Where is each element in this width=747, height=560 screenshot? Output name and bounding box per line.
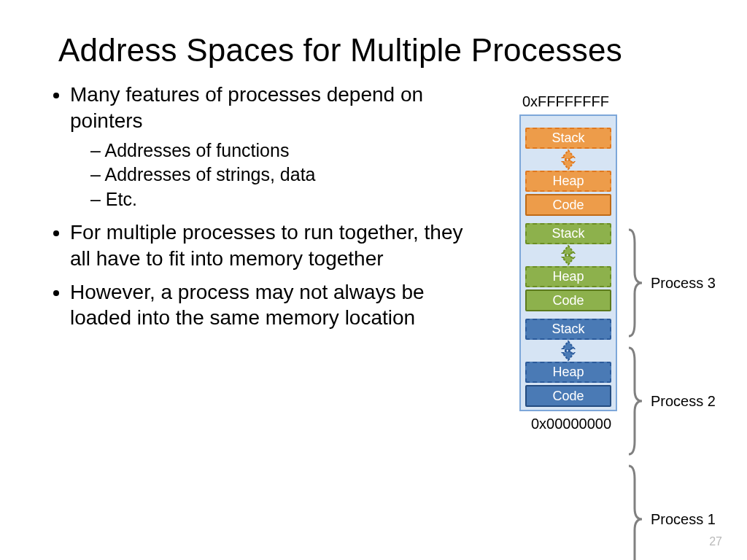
subbullet-1b: Addresses of strings, data	[90, 163, 467, 187]
bullet-1: Many features of processes depend on poi…	[70, 82, 467, 212]
grow-arrows-icon	[525, 340, 611, 362]
brace-process-2: Process 2	[627, 346, 716, 456]
grow-arrows-icon	[525, 149, 611, 171]
grow-arrows-icon	[525, 244, 611, 266]
stack-segment: Stack	[525, 319, 611, 340]
bullet-3: However, a process may not always be loa…	[70, 279, 467, 332]
stack-segment: Stack	[525, 223, 611, 244]
heap-segment: Heap	[525, 266, 611, 287]
process-2-block: Stack Heap Code	[525, 223, 611, 311]
stack-segment: Stack	[525, 128, 611, 149]
process-3-label: Process 3	[651, 275, 716, 292]
process-1-label: Process 1	[651, 511, 716, 528]
heap-segment: Heap	[525, 171, 611, 192]
process-3-block: Stack Heap Code	[525, 128, 611, 216]
code-segment: Code	[525, 289, 611, 311]
bullet-1-text: Many features of processes depend on poi…	[70, 83, 423, 132]
bullet-2: For multiple processes to run together, …	[70, 219, 467, 272]
page-number: 27	[709, 535, 722, 548]
addr-top: 0xFFFFFFFF	[522, 93, 728, 110]
bullet-text: Many features of processes depend on poi…	[51, 82, 467, 338]
process-1-block: Stack Heap Code	[525, 319, 611, 407]
brace-process-1: Process 1	[627, 464, 716, 560]
slide-title: Address Spaces for Multiple Processes	[58, 32, 711, 69]
memory-diagram: 0xFFFFFFFF Stack Heap Code Stack	[509, 93, 728, 432]
subbullet-1a: Addresses of functions	[90, 139, 467, 163]
brace-process-3: Process 3	[627, 228, 716, 338]
code-segment: Code	[525, 385, 611, 407]
subbullet-1c: Etc.	[90, 187, 467, 212]
code-segment: Code	[525, 194, 611, 216]
memory-column: Stack Heap Code Stack Heap Code	[519, 114, 617, 411]
heap-segment: Heap	[525, 362, 611, 383]
process-2-label: Process 2	[651, 393, 716, 410]
